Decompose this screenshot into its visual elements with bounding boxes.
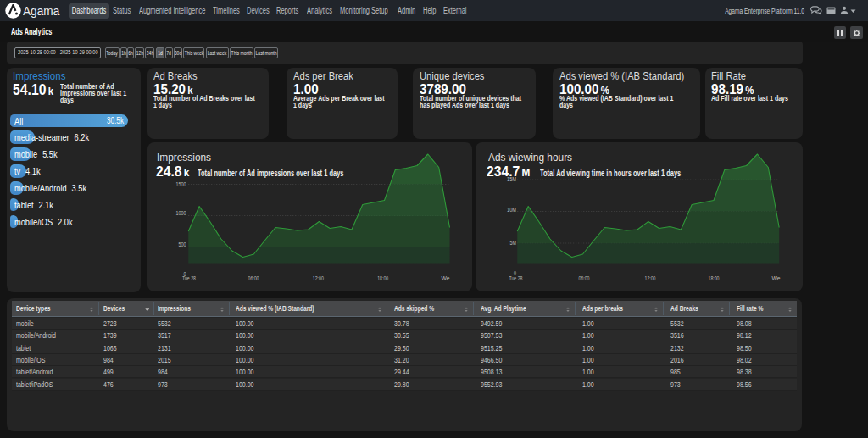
svg-text:5M: 5M	[510, 240, 517, 246]
svg-text:1000: 1000	[175, 210, 186, 216]
svg-text:We: We	[772, 275, 781, 281]
svg-text:Tue 28: Tue 28	[509, 275, 523, 281]
svg-text:10M: 10M	[507, 207, 516, 213]
svg-text:15M: 15M	[507, 176, 516, 182]
svg-text:06:00: 06:00	[579, 275, 590, 281]
svg-text:We: We	[441, 275, 449, 281]
svg-text:1500: 1500	[175, 181, 186, 187]
svg-text:Tue 28: Tue 28	[182, 275, 196, 281]
svg-text:06:00: 06:00	[248, 275, 259, 281]
svg-text:12:00: 12:00	[312, 275, 323, 281]
svg-text:18:00: 18:00	[377, 275, 388, 281]
svg-text:12:00: 12:00	[645, 275, 656, 281]
svg-text:500: 500	[178, 241, 186, 247]
svg-text:18:00: 18:00	[709, 275, 720, 281]
